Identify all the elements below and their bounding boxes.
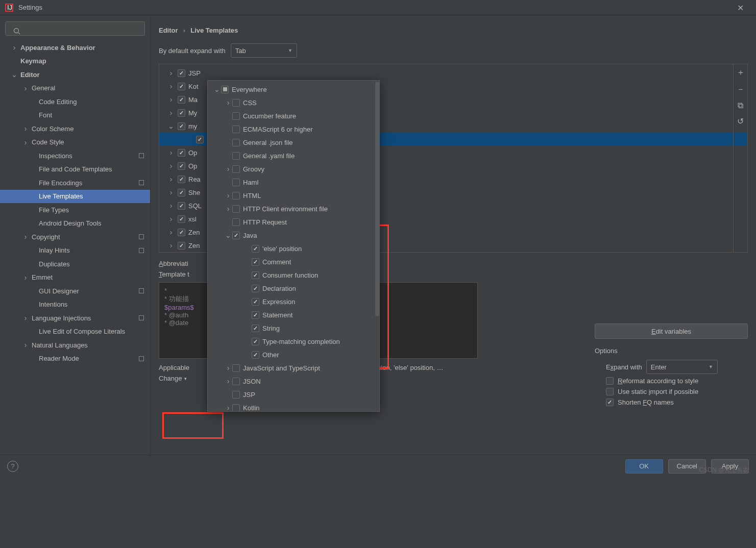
sidebar-item[interactable]: Android Design Tools <box>0 217 150 231</box>
popup-checkbox[interactable] <box>252 271 259 279</box>
popup-item[interactable]: ›JSON <box>208 375 379 388</box>
sidebar-item[interactable]: ›Natural Languages <box>0 338 150 352</box>
static-import-checkbox[interactable] <box>606 388 614 395</box>
popup-item[interactable]: Cucumber feature <box>208 109 379 122</box>
template-checkbox[interactable] <box>178 189 185 196</box>
popup-checkbox[interactable] <box>232 404 240 412</box>
popup-checkbox[interactable] <box>252 298 259 306</box>
popup-item[interactable]: Haml <box>208 176 379 189</box>
expand-with-select[interactable]: Enter ▼ <box>646 360 718 374</box>
popup-checkbox[interactable] <box>232 139 240 146</box>
template-checkbox[interactable] <box>178 149 185 157</box>
popup-root[interactable]: ⌄Everywhere <box>208 83 379 96</box>
sidebar-item[interactable]: ›General <box>0 82 150 95</box>
popup-checkbox[interactable] <box>252 258 259 266</box>
popup-checkbox[interactable] <box>232 112 240 120</box>
popup-item[interactable]: ECMAScript 6 or higher <box>208 122 379 136</box>
sidebar-item[interactable]: ›Emmet <box>0 271 150 285</box>
sidebar-item[interactable]: Inspections <box>0 149 150 163</box>
revert-icon[interactable]: ↺ <box>737 116 744 126</box>
popup-item[interactable]: Type-matching completion <box>208 335 379 348</box>
search-input[interactable] <box>5 21 145 36</box>
popup-checkbox[interactable] <box>252 245 259 253</box>
remove-icon[interactable]: － <box>737 84 745 95</box>
help-icon[interactable]: ? <box>7 461 18 472</box>
sidebar-item[interactable]: File Encodings <box>0 176 150 190</box>
template-checkbox[interactable] <box>178 162 185 170</box>
popup-item[interactable]: ›Groovy <box>208 162 379 176</box>
popup-checkbox[interactable] <box>252 311 259 319</box>
sidebar-item[interactable]: ›Copyright <box>0 230 150 244</box>
popup-checkbox[interactable] <box>232 165 240 173</box>
sidebar-item[interactable]: ⌄Editor <box>0 68 150 82</box>
popup-item[interactable]: Comment <box>208 255 379 268</box>
popup-checkbox[interactable] <box>232 99 240 107</box>
popup-checkbox[interactable] <box>252 351 259 359</box>
sidebar-item[interactable]: Code Editing <box>0 95 150 109</box>
template-item[interactable]: ›JSP <box>159 66 747 80</box>
popup-item[interactable]: ›Kotlin <box>208 401 379 412</box>
sidebar-item[interactable]: Intentions <box>0 298 150 312</box>
sidebar-item[interactable]: ›Language Injections <box>0 311 150 325</box>
popup-item[interactable]: General .json file <box>208 136 379 149</box>
popup-item[interactable]: HTTP Request <box>208 215 379 229</box>
sidebar-item[interactable]: ›Color Scheme <box>0 122 150 136</box>
sidebar-item[interactable]: Keymap <box>0 55 150 68</box>
popup-checkbox[interactable] <box>252 285 259 292</box>
popup-item[interactable]: String <box>208 321 379 335</box>
template-checkbox[interactable] <box>178 242 185 250</box>
sidebar-item[interactable]: ›Appearance & Behavior <box>0 41 150 55</box>
template-checkbox[interactable] <box>178 229 185 236</box>
shorten-row[interactable]: Shorten FQ names <box>606 398 748 406</box>
popup-checkbox[interactable] <box>232 192 240 200</box>
sidebar-item[interactable]: Font <box>0 109 150 122</box>
popup-checkbox[interactable] <box>232 364 240 372</box>
shorten-checkbox[interactable] <box>606 398 614 406</box>
copy-icon[interactable]: ⧉ <box>738 101 743 110</box>
sidebar-item[interactable]: File and Code Templates <box>0 163 150 177</box>
sidebar-item[interactable]: GUI Designer <box>0 284 150 298</box>
popup-checkbox[interactable] <box>232 126 240 133</box>
popup-item[interactable]: Statement <box>208 308 379 321</box>
popup-checkbox[interactable] <box>221 86 229 93</box>
popup-checkbox[interactable] <box>232 179 240 186</box>
sidebar-item[interactable]: File Types <box>0 203 150 217</box>
popup-checkbox[interactable] <box>232 232 240 239</box>
default-expand-select[interactable]: Tab ▼ <box>231 43 297 58</box>
popup-item[interactable]: ⌄Java <box>208 229 379 242</box>
popup-item[interactable]: Expression <box>208 295 379 308</box>
popup-item[interactable]: ›HTTP Client environment file <box>208 202 379 215</box>
sidebar-item[interactable]: Live Edit of Compose Literals <box>0 325 150 339</box>
popup-item[interactable]: ›JavaScript and TypeScript <box>208 361 379 375</box>
ok-button[interactable]: OK <box>625 459 663 474</box>
popup-item[interactable]: Other <box>208 348 379 361</box>
popup-item[interactable]: Consumer function <box>208 268 379 282</box>
popup-item[interactable]: ›CSS <box>208 96 379 109</box>
popup-item[interactable]: ›HTML <box>208 189 379 202</box>
template-checkbox[interactable] <box>178 176 185 183</box>
reformat-row[interactable]: Reformat according to style <box>606 377 748 385</box>
sidebar-item[interactable]: Duplicates <box>0 257 150 271</box>
template-checkbox[interactable] <box>178 96 185 104</box>
sidebar-item[interactable]: ›Code Style <box>0 136 150 150</box>
popup-item[interactable]: Declaration <box>208 282 379 295</box>
sidebar-item[interactable]: Reader Mode <box>0 352 150 366</box>
popup-item[interactable]: General .yaml file <box>208 149 379 162</box>
edit-variables-button[interactable]: Edit variables <box>595 323 748 339</box>
change-link[interactable]: Change▾ <box>159 375 187 382</box>
close-icon[interactable]: ✕ <box>737 3 744 13</box>
popup-checkbox[interactable] <box>232 205 240 213</box>
template-checkbox[interactable] <box>178 202 185 210</box>
template-checkbox[interactable] <box>178 83 185 90</box>
popup-checkbox[interactable] <box>232 391 240 398</box>
reformat-checkbox[interactable] <box>606 377 614 385</box>
sidebar-item[interactable]: Live Templates <box>0 190 150 204</box>
template-checkbox[interactable] <box>178 215 185 223</box>
template-checkbox[interactable] <box>178 69 185 77</box>
popup-scrollbar[interactable] <box>375 82 379 316</box>
popup-checkbox[interactable] <box>252 325 259 332</box>
popup-checkbox[interactable] <box>252 338 259 345</box>
static-import-row[interactable]: Use static import if possible <box>606 388 748 395</box>
popup-checkbox[interactable] <box>232 218 240 226</box>
template-checkbox[interactable] <box>196 136 204 143</box>
